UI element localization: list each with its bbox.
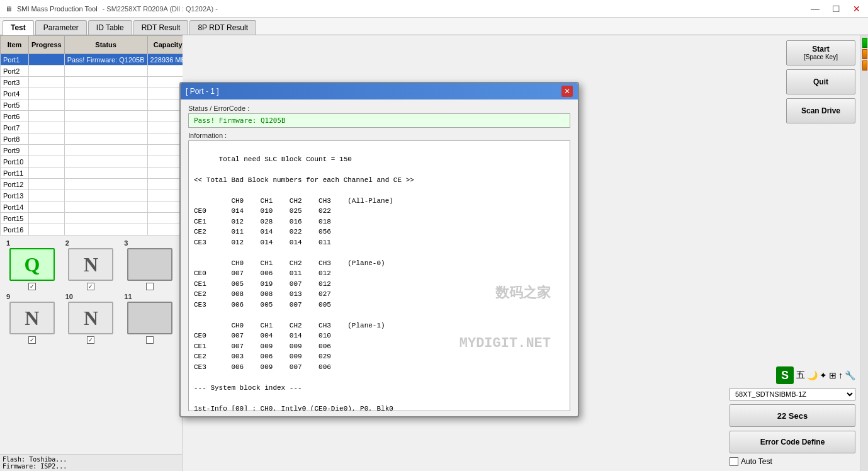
cell-status <box>64 190 147 201</box>
tab-id-table[interactable]: ID Table <box>88 20 132 35</box>
cell-status <box>64 179 147 190</box>
modal-title: [ Port - 1 ] <box>186 87 219 96</box>
cell-status <box>64 111 147 122</box>
watermark-line2: MYDIGIT.NET <box>459 336 551 352</box>
cell-progress <box>29 213 65 224</box>
maximize-button[interactable]: ☐ <box>830 4 843 14</box>
port-number-3: 3 <box>124 239 128 247</box>
port-icon-box-1[interactable]: Q <box>9 248 55 281</box>
tab-test[interactable]: Test <box>3 20 34 35</box>
quit-label: Quit <box>813 77 828 86</box>
port-checkbox-11[interactable] <box>146 336 154 344</box>
port-checkbox-2[interactable] <box>87 283 94 290</box>
left-panel: Item Progress Status Capacity Serial Fla… <box>0 35 183 471</box>
cell-item: Port14 <box>1 201 29 213</box>
minimize-button[interactable]: — <box>808 4 822 14</box>
start-button[interactable]: Start [Space Key] <box>786 40 855 65</box>
model-dropdown[interactable]: 58XT_SDTNSIBMB-1Z <box>730 388 855 400</box>
info-content-box[interactable]: Total need SLC Block Count = 150 << Tota… <box>188 140 570 411</box>
port-icon-box-9[interactable]: N <box>9 302 55 334</box>
cell-progress <box>29 145 65 156</box>
port-icon-box-11[interactable] <box>127 302 172 334</box>
cell-item: Port1 <box>1 54 29 65</box>
status-value-box: Pass! Firmware: Q1205B <box>188 113 570 128</box>
port-checkbox-10[interactable] <box>87 336 94 344</box>
start-label: Start <box>812 45 829 54</box>
close-button[interactable]: ✕ <box>850 4 863 14</box>
port-icon-letter-9: N <box>25 307 39 330</box>
cell-status <box>64 224 147 236</box>
port-icon-box-10[interactable]: N <box>68 302 113 334</box>
port-icon-cell-1: 1Q <box>4 239 60 290</box>
tab-rdt-result[interactable]: RDT Result <box>133 20 189 35</box>
cell-status <box>64 133 147 145</box>
cell-progress <box>29 77 65 88</box>
cell-item: Port2 <box>1 65 29 77</box>
auto-test-row: Auto Test <box>730 457 855 466</box>
port-checkbox-9[interactable] <box>28 336 36 344</box>
cell-status <box>64 145 147 156</box>
cell-progress <box>29 156 65 167</box>
cell-status <box>64 201 147 213</box>
auto-test-checkbox[interactable] <box>730 457 738 466</box>
scan-drive-button[interactable]: Scan Drive <box>786 98 855 123</box>
tab-8p-rdt-result[interactable]: 8P RDT Result <box>189 20 256 35</box>
smi-icons: 五 🌙 ✦ ⊞ ↑ 🔧 <box>796 370 855 381</box>
title-left: 🖥 SMI Mass Production Tool - SM2258XT R0… <box>5 5 218 13</box>
cell-progress <box>29 179 65 190</box>
icon6: 🔧 <box>845 370 855 380</box>
app-icon: 🖥 <box>5 5 12 13</box>
cell-item: Port8 <box>1 133 29 145</box>
watermark-line1: 数码之家 <box>459 286 551 302</box>
modal-body: Status / ErrorCode : Pass! Firmware: Q12… <box>181 99 578 416</box>
cell-item: Port3 <box>1 77 29 88</box>
cell-status <box>64 65 147 77</box>
cell-item: Port16 <box>1 224 29 236</box>
quit-button[interactable]: Quit <box>786 69 855 94</box>
title-controls: — ☐ ✕ <box>808 4 863 14</box>
model-row: 58XT_SDTNSIBMB-1Z <box>730 388 855 400</box>
error-code-label: Error Code Define <box>760 438 825 446</box>
port-icon-cell-11: 11 <box>121 293 178 344</box>
port-icon-letter-10: N <box>84 307 98 330</box>
icon1: 五 <box>796 370 805 381</box>
auto-test-label: Auto Test <box>741 457 772 466</box>
cell-status <box>64 156 147 167</box>
cell-item: Port12 <box>1 179 29 190</box>
app-title: SMI Mass Production Tool <box>17 5 98 13</box>
port-icon-letter-1: Q <box>24 253 40 276</box>
cell-item: Port5 <box>1 99 29 111</box>
modal-close-button[interactable]: ✕ <box>561 86 573 97</box>
status-error-label: Status / ErrorCode : <box>188 105 570 112</box>
secs-value: 22 Secs <box>777 411 808 421</box>
port-icon-box-3[interactable] <box>127 248 172 281</box>
icon5: ↑ <box>838 370 843 380</box>
progress-indicator-2 <box>862 49 867 59</box>
cell-progress <box>29 167 65 179</box>
modal-dialog: [ Port - 1 ] ✕ Status / ErrorCode : Pass… <box>179 82 579 417</box>
scan-drive-label: Scan Drive <box>801 106 840 115</box>
port-checkbox-1[interactable] <box>28 283 36 290</box>
cell-progress <box>29 111 65 122</box>
port-checkbox-3[interactable] <box>146 283 154 290</box>
firmware-info: Firmware: ISP2... <box>3 463 179 470</box>
error-code-button[interactable]: Error Code Define <box>730 431 855 453</box>
cell-progress <box>29 88 65 99</box>
col-status: Status <box>64 36 147 54</box>
cell-status <box>64 77 147 88</box>
cell-progress <box>29 201 65 213</box>
icon3: ✦ <box>820 370 827 380</box>
cell-progress <box>29 54 65 65</box>
tab-parameter[interactable]: Parameter <box>35 20 87 35</box>
port-number-11: 11 <box>124 293 132 300</box>
info-bar: Flash: Toshiba... Firmware: ISP2... <box>0 454 182 471</box>
port-number-2: 2 <box>65 239 69 247</box>
cell-item: Port7 <box>1 122 29 133</box>
port-number-9: 9 <box>6 293 10 300</box>
port-number-10: 10 <box>65 293 73 300</box>
col-item: Item <box>1 36 29 54</box>
port-icon-box-2[interactable]: N <box>68 248 113 281</box>
title-bar: 🖥 SMI Mass Production Tool - SM2258XT R0… <box>0 0 868 18</box>
port-icon-cell-3: 3 <box>121 239 178 290</box>
start-sublabel: [Space Key] <box>804 54 838 61</box>
